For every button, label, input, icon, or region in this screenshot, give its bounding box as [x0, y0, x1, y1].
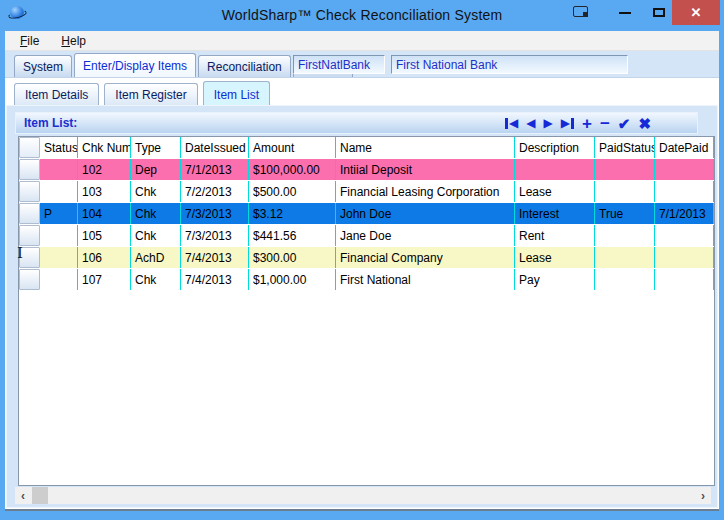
- cell-chk-numb[interactable]: 103: [78, 181, 131, 202]
- cell-chk-numb[interactable]: 104: [78, 203, 131, 224]
- bank-code-field[interactable]: FirstNatlBank: [293, 55, 385, 74]
- cell-amount[interactable]: $500.00: [249, 181, 336, 202]
- cell-type[interactable]: Dep: [131, 159, 181, 180]
- row-selector[interactable]: [19, 269, 40, 290]
- cell-paid-status[interactable]: [595, 181, 655, 202]
- col-header-paid-status[interactable]: PaidStatus: [595, 137, 655, 158]
- bank-name-field[interactable]: First National Bank: [391, 55, 628, 74]
- tab-item-list[interactable]: Item List: [203, 81, 270, 105]
- scroll-right-button[interactable]: ›: [695, 487, 711, 504]
- col-header-status[interactable]: Status: [40, 137, 78, 158]
- cell-status[interactable]: [40, 247, 78, 268]
- row-selector[interactable]: [19, 225, 40, 246]
- cell-chk-numb[interactable]: 107: [78, 269, 131, 290]
- nav-first-button[interactable]: ◀: [505, 115, 518, 131]
- cell-amount[interactable]: $100,000.00: [249, 159, 336, 180]
- nav-cancel-button[interactable]: ✖: [638, 115, 651, 131]
- cell-description[interactable]: Rent: [515, 225, 595, 246]
- cell-paid-status[interactable]: True: [595, 203, 655, 224]
- row-selector[interactable]: [19, 181, 40, 202]
- menu-file[interactable]: File: [11, 32, 48, 50]
- cell-type[interactable]: Chk: [131, 225, 181, 246]
- cell-type[interactable]: Chk: [131, 203, 181, 224]
- cell-type[interactable]: Chk: [131, 181, 181, 202]
- col-header-amount[interactable]: Amount: [249, 137, 336, 158]
- col-header-name[interactable]: Name: [336, 137, 515, 158]
- col-header-type[interactable]: Type: [131, 137, 181, 158]
- col-header-description[interactable]: Description: [515, 137, 595, 158]
- cell-date-issued[interactable]: 7/1/2013: [181, 159, 249, 180]
- cell-date-issued[interactable]: 7/3/2013: [181, 203, 249, 224]
- cell-date-issued[interactable]: 7/3/2013: [181, 225, 249, 246]
- cell-name[interactable]: John Doe: [336, 203, 515, 224]
- cell-name[interactable]: Financial Company: [336, 247, 515, 268]
- cell-amount[interactable]: $300.00: [249, 247, 336, 268]
- scroll-left-button[interactable]: ‹: [15, 487, 31, 504]
- cell-amount[interactable]: $3.12: [249, 203, 336, 224]
- tab-item-register[interactable]: Item Register: [104, 83, 197, 105]
- cell-type[interactable]: Chk: [131, 269, 181, 290]
- cell-status[interactable]: [40, 181, 78, 202]
- cell-date-issued[interactable]: 7/2/2013: [181, 181, 249, 202]
- menu-help[interactable]: Help: [52, 32, 95, 50]
- scrollbar-thumb[interactable]: [32, 487, 48, 504]
- cell-name[interactable]: Financial Leasing Corporation: [336, 181, 515, 202]
- cell-date-paid[interactable]: [655, 247, 714, 268]
- nav-prior-button[interactable]: ◀: [526, 115, 535, 131]
- tab-item-details[interactable]: Item Details: [14, 83, 99, 105]
- cell-chk-numb[interactable]: 102: [78, 159, 131, 180]
- cell-chk-numb[interactable]: 105: [78, 225, 131, 246]
- cell-paid-status[interactable]: [595, 269, 655, 290]
- table-row[interactable]: 106 AchD 7/4/2013 $300.00 Financial Comp…: [19, 247, 714, 269]
- cell-status[interactable]: P: [40, 203, 78, 224]
- cell-date-paid[interactable]: [655, 159, 714, 180]
- cell-date-paid[interactable]: 7/1/2013: [655, 203, 714, 224]
- nav-next-button[interactable]: ▶: [543, 115, 552, 131]
- cell-description[interactable]: Lease: [515, 181, 595, 202]
- cell-date-paid[interactable]: [655, 269, 714, 290]
- cell-paid-status[interactable]: [595, 159, 655, 180]
- cell-status[interactable]: [40, 159, 78, 180]
- nav-insert-button[interactable]: +: [582, 115, 592, 131]
- cell-type[interactable]: AchD: [131, 247, 181, 268]
- tab-system[interactable]: System: [14, 55, 72, 78]
- cell-amount[interactable]: $1,000.00: [249, 269, 336, 290]
- cell-chk-numb[interactable]: 106: [78, 247, 131, 268]
- col-header-chk-numb[interactable]: Chk Numb: [78, 137, 131, 158]
- cell-date-issued[interactable]: 7/4/2013: [181, 269, 249, 290]
- cell-description[interactable]: Interest: [515, 203, 595, 224]
- table-row-selected[interactable]: P 104 Chk 7/3/2013 $3.12 John Doe Intere…: [19, 203, 714, 225]
- cell-paid-status[interactable]: [595, 225, 655, 246]
- minimize-button[interactable]: [610, 0, 640, 25]
- cell-date-paid[interactable]: [655, 181, 714, 202]
- cell-description[interactable]: [515, 159, 595, 180]
- horizontal-scrollbar[interactable]: ‹ ›: [15, 487, 711, 504]
- col-header-date-issued[interactable]: DateIssued: [181, 137, 249, 158]
- cell-paid-status[interactable]: [595, 247, 655, 268]
- cell-date-issued[interactable]: 7/4/2013: [181, 247, 249, 268]
- tab-enter-display-items[interactable]: Enter/Display Items: [74, 53, 196, 78]
- cell-status[interactable]: [40, 269, 78, 290]
- nav-post-button[interactable]: ✔: [618, 115, 631, 131]
- titlebar[interactable]: WorldSharp™ Check Reconciliation System …: [0, 0, 724, 31]
- maximize-button[interactable]: [644, 0, 674, 25]
- touch-keyboard-icon[interactable]: [573, 6, 588, 17]
- cell-name[interactable]: Jane Doe: [336, 225, 515, 246]
- nav-last-button[interactable]: ▶: [561, 115, 574, 131]
- cell-amount[interactable]: $441.56: [249, 225, 336, 246]
- cell-description[interactable]: Pay: [515, 269, 595, 290]
- tab-reconciliation[interactable]: Reconciliation: [198, 55, 291, 78]
- cell-name[interactable]: First National: [336, 269, 515, 290]
- cell-name[interactable]: Intiial Deposit: [336, 159, 515, 180]
- table-row[interactable]: 107 Chk 7/4/2013 $1,000.00 First Nationa…: [19, 269, 714, 291]
- nav-delete-button[interactable]: −: [600, 115, 610, 131]
- row-selector[interactable]: [19, 203, 40, 224]
- table-row[interactable]: 103 Chk 7/2/2013 $500.00 Financial Leasi…: [19, 181, 714, 203]
- table-row[interactable]: 102 Dep 7/1/2013 $100,000.00 Intiial Dep…: [19, 159, 714, 181]
- col-header-date-paid[interactable]: DatePaid: [655, 137, 714, 158]
- cell-status[interactable]: [40, 225, 78, 246]
- cell-description[interactable]: Lease: [515, 247, 595, 268]
- cell-date-paid[interactable]: [655, 225, 714, 246]
- row-selector[interactable]: [19, 159, 40, 180]
- close-button[interactable]: ✕: [672, 0, 720, 25]
